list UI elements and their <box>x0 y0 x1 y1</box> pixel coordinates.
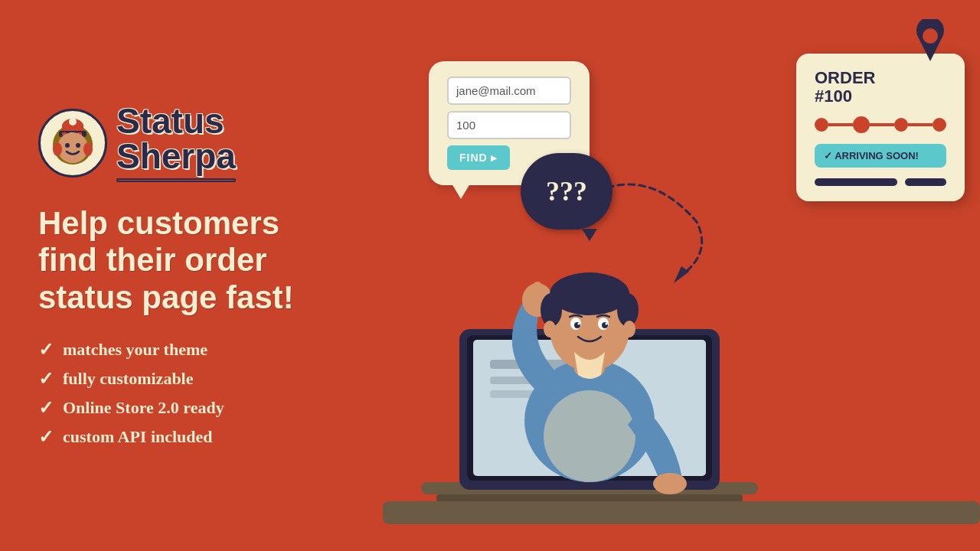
progress-line-3 <box>908 123 933 126</box>
feature-item-4: ✓ custom API included <box>38 426 345 448</box>
features-list: ✓ matches your theme ✓ fully customizabl… <box>38 339 345 448</box>
logo-container: Status Sherpa <box>38 103 345 182</box>
checkmark-4: ✓ <box>38 426 54 448</box>
svg-point-40 <box>544 321 556 337</box>
find-button[interactable]: FIND <box>447 145 510 170</box>
progress-line-2 <box>870 123 894 126</box>
feature-item-1: ✓ matches your theme <box>38 339 345 360</box>
svg-rect-27 <box>533 282 542 303</box>
checkmark-2: ✓ <box>38 368 54 390</box>
svg-point-10 <box>69 118 77 126</box>
left-section: Status Sherpa Help customers find their … <box>0 73 383 478</box>
checkmark-1: ✓ <box>38 339 54 360</box>
bar-short <box>905 178 946 186</box>
right-section: jane@mail.com 100 FIND ??? <box>383 0 980 551</box>
progress-track <box>815 116 946 133</box>
progress-dot-4 <box>933 118 946 132</box>
progress-line-1 <box>828 123 853 126</box>
bar-long <box>815 178 897 186</box>
progress-dot-2 <box>853 116 870 133</box>
status-badge: ✓ ARRIVING SOON! <box>815 144 946 168</box>
question-bubble: ??? <box>521 153 612 230</box>
svg-point-7 <box>57 132 88 163</box>
logo-icon <box>38 109 107 178</box>
desk-surface <box>383 501 980 524</box>
progress-dot-1 <box>815 118 828 132</box>
order-display: 100 <box>447 111 571 139</box>
headline: Help customers find their order status p… <box>38 205 345 316</box>
logo-text-group: Status Sherpa <box>116 103 236 182</box>
svg-point-28 <box>653 473 687 494</box>
svg-marker-13 <box>674 266 689 283</box>
feature-item-2: ✓ fully customizable <box>38 368 345 390</box>
svg-point-41 <box>623 321 635 337</box>
location-pin <box>911 19 949 68</box>
checkmark-3: ✓ <box>38 397 54 419</box>
question-marks-text: ??? <box>546 175 587 207</box>
svg-point-14 <box>923 28 938 44</box>
progress-dot-3 <box>894 118 908 132</box>
svg-point-39 <box>606 323 608 325</box>
feature-label-4: custom API included <box>63 427 213 447</box>
logo-text: Status Sherpa <box>116 103 236 174</box>
order-title: ORDER #100 <box>815 69 946 106</box>
status-text: ✓ ARRIVING SOON! <box>824 150 919 161</box>
bottom-bars <box>815 178 946 186</box>
svg-point-38 <box>578 323 580 325</box>
feature-label-3: Online Store 2.0 ready <box>63 398 224 418</box>
email-display: jane@mail.com <box>447 77 571 105</box>
order-card: ORDER #100 ✓ ARRIVING SOON! <box>796 54 965 201</box>
feature-label-1: matches your theme <box>63 340 207 360</box>
svg-point-8 <box>65 143 70 148</box>
feature-label-2: fully customizable <box>63 369 194 389</box>
feature-item-3: ✓ Online Store 2.0 ready <box>38 397 345 419</box>
svg-point-11 <box>53 142 62 156</box>
page-container: Status Sherpa Help customers find their … <box>0 0 980 551</box>
svg-point-9 <box>76 143 80 148</box>
svg-point-25 <box>544 390 635 482</box>
svg-point-12 <box>83 142 93 156</box>
